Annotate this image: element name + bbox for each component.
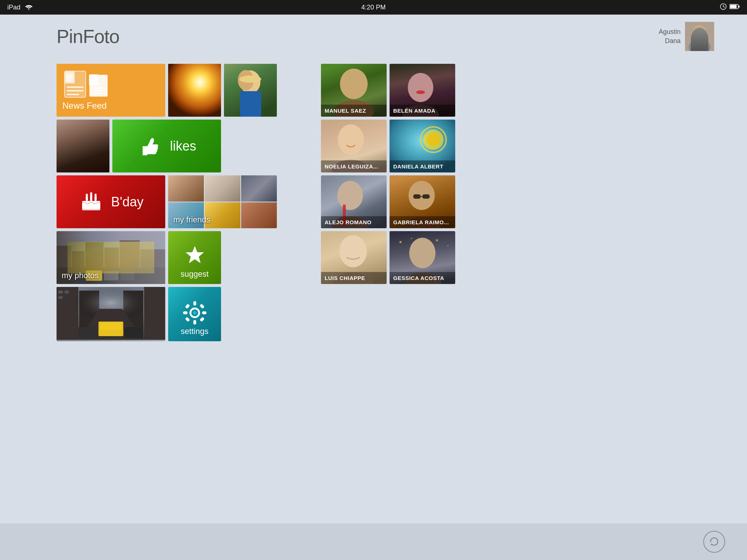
my-friends-label: my friends (173, 215, 210, 225)
news-feed-tile[interactable]: News Feed (57, 64, 165, 117)
svg-rect-50 (120, 240, 140, 284)
friend-tile-belen-amada[interactable]: BELÉN AMADA (390, 64, 455, 117)
svg-rect-79 (185, 316, 190, 322)
friend-cell-3 (241, 175, 277, 202)
suggest-tile[interactable]: suggest (168, 231, 221, 284)
svg-rect-21 (67, 90, 84, 92)
svg-point-109 (399, 241, 402, 243)
svg-point-35 (71, 135, 78, 145)
user-profile[interactable]: Agustin Dana (659, 22, 714, 51)
svg-point-0 (28, 8, 30, 9)
belen-amada-label: BELÉN AMADA (390, 105, 455, 117)
likes-tile[interactable]: likes (112, 120, 221, 172)
cake-icon (78, 189, 104, 215)
svg-point-111 (436, 239, 438, 241)
svg-rect-5 (730, 5, 737, 8)
friend-tile-gabriela-raimo[interactable]: GABRIELA RAIMO... (390, 175, 455, 228)
svg-point-85 (408, 73, 433, 102)
svg-rect-49 (104, 248, 119, 284)
bday-tile[interactable]: B'day (57, 175, 165, 228)
svg-rect-33 (57, 120, 109, 172)
svg-point-106 (339, 235, 367, 267)
clock-icon (720, 3, 727, 12)
my-photos-tile[interactable]: my photos (57, 231, 165, 284)
svg-rect-75 (183, 311, 187, 314)
svg-point-89 (338, 124, 364, 155)
friend-cell-6 (241, 202, 277, 229)
headphones-svg (57, 120, 109, 172)
gessica-acosta-label: GESSICA ACOSTA (390, 272, 455, 284)
bday-label: B'day (111, 194, 144, 210)
svg-rect-27 (168, 64, 221, 117)
svg-rect-78 (199, 303, 204, 308)
svg-point-112 (447, 245, 449, 246)
user-name: Agustin Dana (659, 27, 681, 46)
device-label: iPad (7, 4, 20, 11)
status-bar: iPad 4:20 PM (0, 0, 747, 15)
thumbs-up-icon (137, 133, 163, 159)
svg-rect-102 (422, 194, 430, 199)
svg-rect-65 (100, 323, 121, 330)
daniela-albert-label: DANIELA ALBERT (390, 160, 455, 172)
friend-tile-noelia-leguiza[interactable]: NOELIA LEGUIZA... (321, 120, 387, 172)
svg-rect-55 (120, 272, 134, 280)
svg-rect-66 (78, 327, 97, 338)
svg-point-110 (411, 238, 412, 239)
svg-rect-31 (240, 91, 261, 117)
suggest-label: suggest (181, 269, 209, 279)
svg-rect-39 (94, 196, 97, 201)
svg-rect-74 (193, 320, 196, 324)
headphones-photo-tile[interactable] (57, 120, 109, 172)
svg-rect-101 (413, 194, 421, 199)
svg-point-10 (697, 29, 699, 31)
friend-tile-gessica-acosta[interactable]: GESSICA ACOSTA (390, 231, 455, 284)
svg-rect-77 (185, 303, 190, 308)
refresh-button[interactable] (703, 531, 725, 553)
svg-point-113 (409, 238, 436, 268)
friend-tile-luis-chiappe[interactable]: LUIS CHIAPPE (321, 231, 387, 284)
svg-rect-76 (202, 311, 206, 314)
likes-label: likes (170, 139, 196, 154)
my-friends-tile[interactable]: my friends (168, 175, 277, 228)
svg-point-82 (340, 69, 368, 99)
manuel-saez-label: MANUEL SAEZ (321, 105, 387, 117)
app-title: PinFoto (57, 26, 119, 47)
svg-point-41 (90, 192, 92, 195)
svg-point-36 (87, 135, 94, 145)
girl-photo-tile[interactable] (224, 64, 277, 117)
svg-rect-20 (67, 86, 84, 88)
friend-tile-alejo-romano[interactable]: ALEJO ROMANO (321, 175, 387, 228)
news-feed-icon-main (64, 70, 97, 103)
svg-point-94 (427, 133, 440, 146)
settings-tile[interactable]: settings (168, 287, 221, 341)
sunburst-svg (168, 64, 221, 117)
svg-rect-73 (193, 301, 196, 306)
friend-tile-manuel-saez[interactable]: MANUEL SAEZ (321, 64, 387, 117)
sunburst-photo-tile[interactable] (168, 64, 221, 117)
user-avatar-image (685, 22, 714, 51)
svg-marker-56 (186, 246, 204, 263)
svg-rect-54 (104, 271, 119, 280)
star-icon (182, 243, 208, 269)
svg-rect-69 (65, 291, 69, 293)
news-feed-label: News Feed (62, 101, 107, 111)
svg-rect-24 (66, 75, 73, 77)
svg-rect-25 (66, 78, 73, 79)
friend-cell-2 (205, 175, 240, 202)
settings-label: settings (181, 327, 209, 336)
status-left: iPad (7, 4, 33, 11)
street-photo-svg (57, 287, 165, 340)
svg-rect-44 (82, 207, 100, 210)
bottom-bar (0, 524, 747, 560)
svg-point-96 (337, 181, 363, 210)
svg-rect-26 (66, 80, 71, 81)
street-photo-tile[interactable] (57, 287, 165, 341)
svg-point-9 (689, 39, 711, 51)
svg-point-100 (409, 181, 435, 210)
gear-icon (182, 300, 208, 326)
user-avatar (685, 22, 714, 51)
friend-tile-daniela-albert[interactable]: DANIELA ALBERT (390, 120, 455, 172)
svg-point-40 (86, 194, 88, 197)
svg-rect-22 (67, 94, 79, 95)
svg-point-32 (239, 75, 261, 83)
